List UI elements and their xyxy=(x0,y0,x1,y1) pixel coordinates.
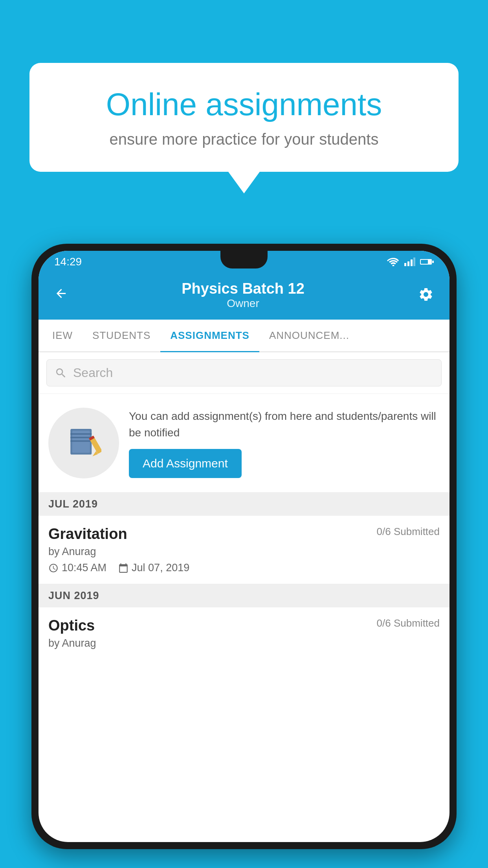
promo-section: You can add assignment(s) from here and … xyxy=(39,394,449,493)
assignment-title-gravitation: Gravitation xyxy=(48,526,127,542)
assignment-submitted-gravitation: 0/6 Submitted xyxy=(377,526,440,538)
svg-rect-7 xyxy=(432,261,434,263)
tab-iew[interactable]: IEW xyxy=(42,320,83,351)
clock-icon xyxy=(48,563,59,573)
promo-text: You can add assignment(s) from here and … xyxy=(129,408,440,441)
svg-rect-4 xyxy=(413,257,415,266)
speech-bubble-title: Online assignments xyxy=(57,86,431,123)
assignment-date-gravitation: Jul 07, 2019 xyxy=(118,562,189,574)
search-container: Search xyxy=(39,352,449,394)
tab-students[interactable]: STUDENTS xyxy=(83,320,160,351)
calendar-icon xyxy=(118,563,128,573)
svg-rect-2 xyxy=(407,261,409,266)
header-title: Physics Batch 12 xyxy=(182,280,305,297)
header-subtitle: Owner xyxy=(182,297,305,310)
signal-icon xyxy=(404,257,415,266)
phone-screen: 14:29 xyxy=(39,251,449,842)
assignment-submitted-optics: 0/6 Submitted xyxy=(377,617,440,629)
svg-rect-3 xyxy=(411,259,413,266)
assignment-icon xyxy=(66,425,101,461)
assignment-time-value: 10:45 AM xyxy=(62,562,106,574)
tabs-bar: IEW STUDENTS ASSIGNMENTS ANNOUNCEM... xyxy=(39,320,449,352)
speech-bubble-card: Online assignments ensure more practice … xyxy=(29,63,459,172)
promo-content: You can add assignment(s) from here and … xyxy=(129,408,440,478)
add-assignment-button[interactable]: Add Assignment xyxy=(129,449,242,478)
header-center: Physics Batch 12 Owner xyxy=(182,280,305,310)
svg-rect-1 xyxy=(404,263,406,266)
assignment-title-optics: Optics xyxy=(48,617,95,634)
assignment-by-optics: by Anurag xyxy=(48,637,440,649)
assignment-top-row: Gravitation 0/6 Submitted xyxy=(48,526,440,542)
speech-bubble-section: Online assignments ensure more practice … xyxy=(29,63,459,193)
phone-outer: 14:29 xyxy=(31,244,457,849)
phone-mockup: 14:29 xyxy=(31,244,457,868)
assignment-top-row-optics: Optics 0/6 Submitted xyxy=(48,617,440,634)
tab-assignments[interactable]: ASSIGNMENTS xyxy=(160,320,259,351)
section-header-jul: JUL 2019 xyxy=(39,493,449,516)
search-bar[interactable]: Search xyxy=(46,359,442,386)
assignment-meta-gravitation: 10:45 AM Jul 07, 2019 xyxy=(48,562,440,574)
svg-rect-10 xyxy=(70,433,92,434)
back-button[interactable] xyxy=(54,286,68,304)
status-time: 14:29 xyxy=(54,256,82,268)
app-header: Physics Batch 12 Owner xyxy=(39,272,449,320)
search-placeholder: Search xyxy=(73,366,113,380)
tab-announcements[interactable]: ANNOUNCEM... xyxy=(259,320,359,351)
promo-icon-circle xyxy=(48,408,119,478)
assignment-item-optics[interactable]: Optics 0/6 Submitted by Anurag xyxy=(39,607,449,659)
svg-point-0 xyxy=(393,265,394,266)
assignment-time-gravitation: 10:45 AM xyxy=(48,562,106,574)
svg-rect-6 xyxy=(421,260,428,264)
assignment-item-gravitation[interactable]: Gravitation 0/6 Submitted by Anurag 10:4… xyxy=(39,516,449,584)
section-header-jun: JUN 2019 xyxy=(39,584,449,607)
speech-bubble-subtitle: ensure more practice for your students xyxy=(57,131,431,148)
battery-icon xyxy=(420,258,434,265)
phone-notch xyxy=(220,251,268,268)
assignment-by-gravitation: by Anurag xyxy=(48,546,440,558)
wifi-icon xyxy=(387,257,400,266)
svg-rect-11 xyxy=(70,437,92,438)
speech-bubble-arrow xyxy=(228,172,260,193)
search-icon xyxy=(55,367,67,379)
assignment-date-value: Jul 07, 2019 xyxy=(132,562,189,574)
status-icons xyxy=(387,257,434,266)
svg-rect-12 xyxy=(70,440,92,441)
settings-button[interactable] xyxy=(418,287,434,304)
